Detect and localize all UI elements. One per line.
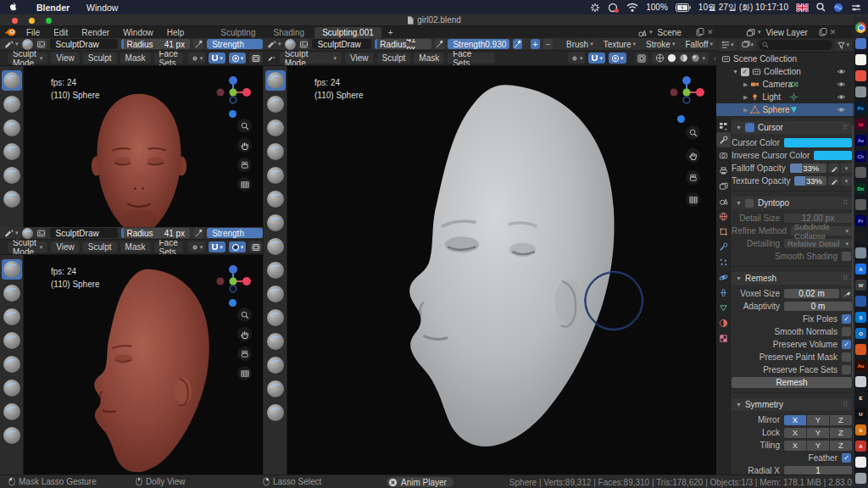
active-tool-icon[interactable]: ▾ — [3, 228, 19, 238]
collection-checkbox[interactable]: ✓ — [741, 68, 749, 76]
keyboard-flag-icon[interactable] — [796, 3, 809, 12]
dock-outlook-icon[interactable]: O — [855, 328, 866, 339]
active-tool-icon[interactable]: ▾ — [266, 39, 281, 49]
dock-aftereffects-icon[interactable]: Ae — [855, 135, 866, 146]
symmetry-section-header[interactable]: ▼Symmetry⠿ — [732, 398, 852, 411]
view-layer-properties-tab[interactable] — [716, 178, 731, 193]
falloff-opacity-slider[interactable]: 33% — [790, 164, 826, 173]
outliner-row-sphere[interactable]: ▶Sphere — [716, 103, 854, 116]
menubar-datetime[interactable]: 10월 27일 (화) 10:17:10 — [698, 2, 788, 14]
cursor-section-header[interactable]: ▼Cursor⠿ — [732, 121, 852, 134]
dock-app-icon[interactable] — [855, 376, 866, 387]
orthographic-grid-button[interactable] — [237, 366, 252, 380]
outliner-row-light[interactable]: ▶Light — [716, 91, 854, 103]
dock-notes-icon[interactable] — [855, 54, 866, 65]
siri-icon[interactable] — [833, 3, 843, 13]
screen-record-icon[interactable] — [608, 3, 619, 13]
modifiers-properties-tab[interactable] — [716, 239, 731, 254]
remesh-button[interactable]: Remesh — [732, 377, 852, 388]
zoom-viewport-button[interactable] — [237, 119, 252, 133]
camera-view-button[interactable] — [249, 53, 263, 64]
view-menu[interactable]: View — [345, 53, 374, 64]
mirror-y-toggle[interactable]: Y — [807, 415, 829, 425]
workspace-tab-sculpting[interactable]: Sculpting — [213, 27, 263, 38]
face-sets-menu[interactable]: Face Sets — [448, 53, 495, 64]
hide-eye-icon[interactable] — [837, 67, 846, 76]
viewport-main[interactable]: fps: 24(110) Sphere — [263, 66, 716, 474]
brush-tool-icon[interactable] — [2, 425, 22, 446]
dock-app-icon[interactable] — [855, 344, 866, 355]
lock-y-toggle[interactable]: Y — [807, 428, 829, 438]
dock-indesign-icon[interactable]: Id — [855, 119, 866, 130]
dock-app-icon[interactable] — [855, 247, 866, 258]
mode-selector[interactable]: Sculpt Mode▾ — [8, 53, 47, 64]
brush-tool-icon[interactable] — [265, 355, 286, 375]
dock-audition-icon[interactable]: Au — [855, 360, 866, 371]
pivot-point-button[interactable]: ▾ — [188, 241, 206, 252]
camera-gizmo-dot[interactable] — [677, 115, 685, 123]
outliner-search-input[interactable] — [759, 40, 832, 50]
dock-app-icon[interactable] — [855, 199, 866, 210]
strength-pressure-icon[interactable] — [513, 39, 522, 49]
dock-music-icon[interactable] — [855, 70, 866, 81]
brush-tool-icon[interactable] — [265, 379, 286, 399]
pivot-point-button[interactable]: ▾ — [188, 53, 206, 64]
strength-slider[interactable]: Strength — [207, 39, 263, 49]
zoom-viewport-button[interactable] — [237, 308, 252, 322]
dock-blender-icon[interactable]: b — [855, 424, 866, 435]
smooth-shading-checkbox[interactable] — [842, 252, 851, 261]
brush-tool-icon[interactable] — [265, 284, 286, 304]
apple-menu-icon[interactable] — [0, 3, 28, 13]
orthographic-grid-button[interactable] — [237, 177, 252, 191]
collapse-header-icon[interactable]: ‹ — [714, 54, 716, 63]
particles-properties-tab[interactable] — [716, 254, 731, 269]
radius-slider[interactable]: Radius41 px — [121, 228, 190, 238]
texture-opacity-slider[interactable]: 33% — [794, 176, 826, 186]
dock-character-icon[interactable]: Ch — [855, 151, 866, 162]
stop-player-icon[interactable] — [388, 478, 398, 487]
brush-tool-icon[interactable] — [2, 378, 22, 398]
stroke-popover[interactable]: Stroke▾ — [643, 40, 678, 49]
brush-tool-icon[interactable] — [265, 94, 286, 114]
unlink-scene-icon[interactable]: ✕ — [707, 28, 714, 36]
brush-toggle-icon[interactable] — [828, 176, 839, 186]
topbar-menu-help[interactable]: Help — [160, 28, 192, 37]
eyedropper-icon[interactable] — [841, 289, 852, 298]
mask-menu[interactable]: Mask — [120, 241, 151, 252]
scene-selector[interactable]: ▾ Scene ✕ — [637, 28, 713, 37]
workspace-tab-sculpting-001[interactable]: Sculpting.001 — [314, 27, 381, 38]
brush-name-field[interactable]: SculptDraw — [312, 39, 372, 49]
mask-menu[interactable]: Mask — [414, 53, 444, 64]
radial-x-field[interactable]: 1 — [784, 466, 852, 474]
output-properties-tab[interactable] — [716, 163, 731, 178]
camera-gizmo-dot[interactable] — [229, 110, 236, 118]
adaptivity-field[interactable]: 0 m — [784, 302, 852, 311]
dock-dimension-icon[interactable]: Dn — [855, 183, 866, 194]
pan-viewport-button[interactable] — [237, 327, 252, 341]
dock-epic-icon[interactable]: E — [855, 392, 866, 403]
dock-photoshop-icon[interactable]: Ps — [855, 103, 866, 114]
topbar-menu-edit[interactable]: Edit — [47, 28, 75, 37]
dock-acrobat-icon[interactable]: A — [855, 441, 866, 452]
lock-x-toggle[interactable]: X — [784, 428, 806, 438]
brush-popover[interactable]: Brush▾ — [563, 40, 597, 49]
orthographic-grid-button[interactable] — [686, 192, 700, 207]
dyntopo-section-header[interactable]: ▼Dyntopo⠿ — [732, 197, 852, 209]
mirror-x-toggle[interactable]: X — [784, 415, 806, 425]
proportional-edit-button[interactable]: ▾ — [229, 241, 247, 252]
refine-method-select[interactable]: Subdivide Collapse▾ — [791, 226, 852, 236]
anim-player-status[interactable]: Anim Player — [387, 477, 453, 487]
brush-name-field[interactable]: SculptDraw — [50, 39, 119, 49]
pivot-point-button[interactable]: ▾ — [568, 53, 586, 64]
dock-photos-icon[interactable] — [855, 86, 866, 97]
rendered-shading-icon[interactable] — [691, 53, 700, 63]
preserve-volume-checkbox[interactable]: ✓ — [842, 340, 851, 349]
hide-eye-icon[interactable] — [837, 92, 846, 102]
remove-brush-button[interactable]: − — [543, 39, 553, 49]
material-shading-icon[interactable] — [679, 53, 688, 63]
snap-button[interactable]: ▾ — [588, 53, 605, 64]
outliner-row-scene-collection[interactable]: Scene Collection — [716, 53, 854, 65]
face-sets-menu[interactable]: Face Sets — [154, 241, 183, 252]
radius-pressure-icon[interactable] — [193, 39, 203, 49]
viewport-top-left[interactable]: fps: 24(110) Sphere — [0, 66, 263, 227]
